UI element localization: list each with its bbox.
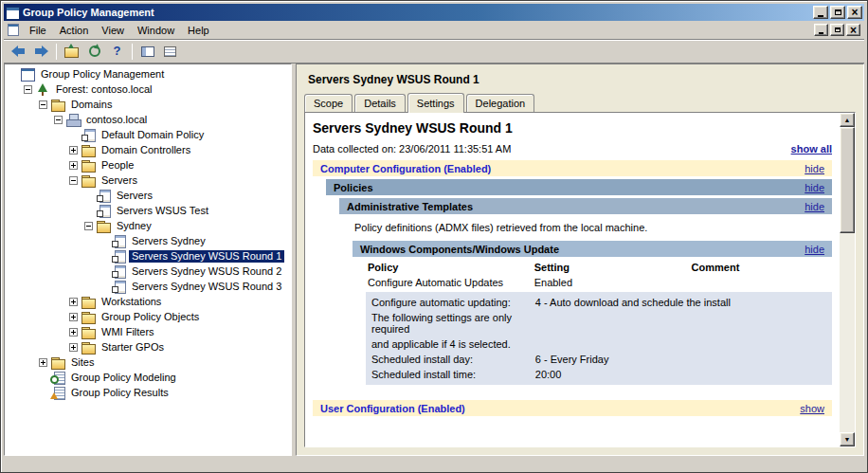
tree-item-servers-wsus-test[interactable]: Servers WSUS Test [5,203,291,218]
folder-icon [81,144,96,156]
collapse-icon[interactable] [54,116,63,124]
up-one-level-button[interactable] [61,42,82,62]
expand-icon[interactable] [69,146,78,155]
setting-detail-row: Configure automatic updating:4 - Auto do… [366,295,832,310]
scrollbar-track[interactable] [840,127,855,432]
tab-strip: ScopeDetailsSettingsDelegation [297,93,863,113]
expander-spacer [99,282,108,291]
menu-window[interactable]: Window [131,22,181,39]
tree-item-label: Workstations [99,296,164,308]
collapse-icon[interactable] [84,222,93,230]
tree-item-label: Group Policy Management [38,68,167,81]
tree-item-group-policy-objects[interactable]: Group Policy Objects [5,309,291,324]
minimize-button[interactable] [813,6,828,19]
tree-item-label: Servers Sydney WSUS Round 3 [129,281,284,293]
toolbar [4,40,864,64]
expander-spacer [99,252,108,261]
tree-item-workstations[interactable]: Workstations [5,294,291,309]
expander-spacer [39,389,47,397]
tree-item-servers-sydney-wsus-round-1[interactable]: Servers Sydney WSUS Round 1 [5,248,291,264]
child-minimize-button[interactable] [814,24,828,36]
expand-icon[interactable] [69,313,78,321]
tree-item-group-policy-results[interactable]: Group Policy Results [5,385,291,400]
tree-item-servers[interactable]: Servers [5,188,291,203]
administrative-templates-hide-link[interactable]: hide [805,201,824,212]
child-restore-button[interactable] [830,24,844,36]
detail-value [535,338,826,350]
detail-label: Scheduled install time: [371,369,535,380]
tree-item-people[interactable]: People [5,157,291,173]
setting-details: Configure automatic updating:4 - Auto do… [366,292,832,385]
scroll-up-button[interactable] [840,113,855,127]
back-button[interactable] [8,42,29,62]
policies-header: Policies hide [326,179,832,195]
menu-file[interactable]: File [23,22,53,39]
column-policy: Policy [368,262,534,273]
help-button[interactable] [106,42,128,62]
expand-icon[interactable] [39,358,47,367]
menu-view[interactable]: View [95,22,131,39]
restore-button[interactable] [830,6,845,19]
expand-icon[interactable] [69,343,78,352]
policy-table-rows: Configure Automatic UpdatesEnabled [366,275,832,290]
expand-icon[interactable] [69,298,78,306]
collapse-icon[interactable] [39,100,47,109]
modeling-icon [50,372,65,384]
expand-icon[interactable] [69,328,78,337]
tab-settings[interactable]: Settings [407,93,464,113]
detail-value: 20:00 [535,369,826,380]
tab-details[interactable]: Details [354,94,406,112]
tree-item-group-policy-modeling[interactable]: Group Policy Modeling [5,370,291,385]
show-all-link[interactable]: show all [791,143,832,155]
expand-icon[interactable] [69,161,78,170]
tree-item-default-domain-policy[interactable]: Default Domain Policy [5,127,291,142]
tab-scope[interactable]: Scope [304,94,353,112]
show-console-tree-button[interactable] [136,42,158,62]
folder-icon [50,356,65,369]
tree-item-domain-controllers[interactable]: Domain Controllers [5,142,291,157]
tree-item-starter-gpos[interactable]: Starter GPOs [5,339,291,355]
report-scrollbar[interactable] [840,113,855,446]
console-window-icon [8,24,19,36]
main-area: Group Policy ManagementForest: contoso.l… [4,64,864,456]
menu-action[interactable]: Action [53,22,96,39]
menu-bar: FileActionViewWindowHelp [4,21,864,40]
refresh-icon [89,45,100,57]
tree-item-contoso-local[interactable]: contoso.local [5,112,291,127]
tree-item-servers-sydney-wsus-round-3[interactable]: Servers Sydney WSUS Round 3 [5,279,291,294]
tree-item-forest-contoso-local[interactable]: Forest: contoso.local [5,82,291,97]
tree-item-servers-sydney-wsus-round-2[interactable]: Servers Sydney WSUS Round 2 [5,264,291,279]
collapse-icon[interactable] [24,85,32,94]
tab-delegation[interactable]: Delegation [466,94,535,112]
tree-item-group-policy-management[interactable]: Group Policy Management [5,66,291,82]
expander-spacer [84,191,93,200]
tree-item-domains[interactable]: Domains [5,97,291,112]
tree-item-servers-sydney[interactable]: Servers Sydney [5,233,291,248]
scrollbar-thumb[interactable] [840,127,855,233]
windows-update-hide-link[interactable]: hide [805,244,824,255]
policies-hide-link[interactable]: hide [805,182,824,193]
restore-icon [835,27,841,32]
tree-item-label: contoso.local [83,114,150,126]
forward-button[interactable] [30,42,52,62]
gpo-link-icon [96,190,111,202]
tree-item-wmi-filters[interactable]: WMI Filters [5,324,291,339]
console-root-icon [20,68,35,81]
refresh-button[interactable] [83,42,105,62]
close-button[interactable] [847,6,862,19]
user-configuration-show-link[interactable]: show [800,403,824,414]
tree-item-sites[interactable]: Sites [5,355,291,370]
tree-item-servers[interactable]: Servers [5,173,291,188]
child-close-button[interactable] [846,24,860,36]
menu-help[interactable]: Help [181,22,216,39]
settings-report: Servers Sydney WSUS Round 1 Data collect… [304,112,856,447]
gpo-link-icon [111,281,126,293]
toolbar-separator [132,44,133,60]
tree-item-sydney[interactable]: Sydney [5,218,291,233]
properties-button[interactable] [159,42,181,62]
computer-configuration-hide-link[interactable]: hide [805,163,824,174]
collapse-icon[interactable] [69,176,78,185]
data-collected-text: Data collected on: 23/06/2011 11:35:51 A… [313,143,511,155]
scroll-down-button[interactable] [840,432,855,446]
policy-table-header: Policy Setting Comment [366,260,832,275]
